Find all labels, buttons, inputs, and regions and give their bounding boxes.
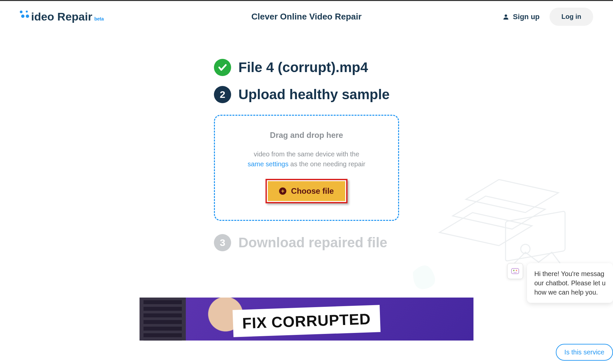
step-3-row: 3 Download repaired file [214, 234, 387, 251]
dropzone-desc-pre: video from the same device with the [254, 150, 359, 158]
step-1-filename: File 4 (corrupt).mp4 [238, 60, 368, 75]
choose-file-label: Choose file [291, 186, 334, 196]
step-3-title: Download repaired file [238, 235, 387, 251]
upload-dropzone[interactable]: Drag and drop here video from the same d… [214, 115, 399, 221]
film-strip-decoration [140, 298, 186, 341]
same-settings-link[interactable]: same settings [248, 160, 288, 168]
logo[interactable]: ideo Repair beta [20, 10, 104, 23]
step-2-title: Upload healthy sample [238, 87, 389, 102]
dropzone-desc-post: as the one needing repair [288, 160, 365, 168]
login-button[interactable]: Log in [550, 8, 593, 26]
banner-text: FIX CORRUPTED [232, 305, 380, 337]
chat-message: Hi there! You're messag our chatbot. Ple… [527, 263, 613, 303]
signup-link[interactable]: Sign up [502, 13, 540, 21]
promo-video-banner[interactable]: FIX CORRUPTED [140, 298, 473, 341]
page-title: Clever Online Video Repair [251, 12, 361, 22]
chatbot-avatar[interactable] [507, 263, 523, 279]
logo-text: ideo Repair [31, 10, 92, 23]
svg-rect-3 [511, 268, 519, 274]
step-3-number-badge: 3 [214, 234, 231, 251]
choose-file-highlight: + Choose file [266, 179, 347, 203]
user-icon [502, 13, 510, 20]
header-actions: Sign up Log in [502, 8, 593, 26]
chat-suggestion-button[interactable]: Is this service [556, 344, 613, 361]
step-1-done-icon [214, 59, 231, 76]
chat-widget: Hi there! You're messag our chatbot. Ple… [507, 263, 613, 303]
header: ideo Repair beta Clever Online Video Rep… [0, 1, 613, 32]
svg-point-4 [513, 270, 514, 271]
svg-point-5 [516, 270, 517, 271]
logo-badge: beta [94, 16, 104, 21]
dropzone-description: video from the same device with the same… [225, 149, 388, 169]
plus-icon: + [279, 187, 286, 195]
step-1-row: File 4 (corrupt).mp4 [214, 59, 368, 76]
chatbot-icon [511, 266, 520, 276]
check-icon [218, 62, 227, 72]
logo-icon [20, 11, 30, 20]
choose-file-button[interactable]: + Choose file [268, 181, 345, 201]
dropzone-title: Drag and drop here [225, 131, 388, 140]
svg-point-0 [505, 14, 507, 17]
step-2-number-badge: 2 [214, 86, 231, 103]
signup-label: Sign up [513, 13, 540, 21]
step-2-row: 2 Upload healthy sample [214, 86, 389, 103]
